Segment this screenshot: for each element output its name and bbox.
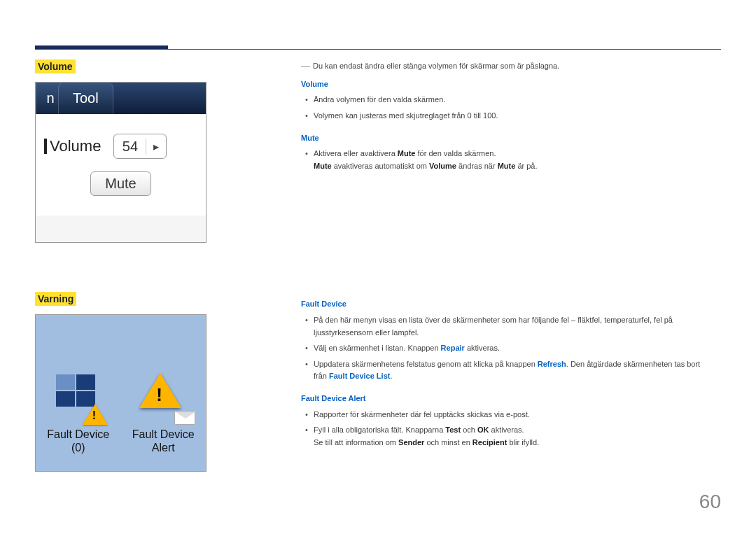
fault-device-alert-subhead: Fault Device Alert bbox=[301, 393, 707, 405]
fault-device-label: Fault Device (0) bbox=[47, 428, 109, 454]
volume-item: Ändra volymen för den valda skärmen. bbox=[301, 94, 707, 106]
volume-subhead: Volume bbox=[301, 78, 707, 91]
fault-device-tile[interactable]: Fault Device (0) bbox=[40, 356, 117, 467]
fd-item: Uppdatera skärmenhetens felstatus genom … bbox=[301, 358, 707, 383]
mute-subhead: Mute bbox=[301, 132, 707, 145]
page-number: 60 bbox=[699, 491, 721, 513]
fd-item: På den här menyn visas en lista över de … bbox=[301, 314, 707, 339]
varning-screenshot: Fault Device (0) Fault Device Al bbox=[35, 314, 206, 472]
section-title-varning: Varning bbox=[35, 292, 76, 306]
tab-tool[interactable]: Tool bbox=[58, 83, 113, 114]
volume-label: Volume bbox=[44, 137, 101, 155]
section-title-volume: Volume bbox=[35, 59, 76, 73]
fault-device-alert-tile[interactable]: Fault Device Alert bbox=[125, 356, 202, 467]
mute-button[interactable]: Mute bbox=[90, 171, 150, 196]
volume-screenshot: n Tool Volume 54 ▸ Mute bbox=[35, 82, 206, 243]
fd-item: Välj en skärmenhet i listan. Knappen Rep… bbox=[301, 342, 707, 355]
fault-device-subhead: Fault Device bbox=[301, 298, 707, 311]
volume-increase-icon[interactable]: ▸ bbox=[146, 140, 166, 153]
warning-icon bbox=[83, 404, 108, 425]
volume-note: ―Du kan endast ändra eller stänga volyme… bbox=[301, 59, 707, 74]
envelope-icon bbox=[174, 411, 195, 425]
fault-device-alert-label: Fault Device Alert bbox=[132, 428, 195, 454]
mute-item: Aktivera eller avaktivera Mute för den v… bbox=[301, 148, 707, 172]
fda-item: Rapporter för skärmenheter där fel upptä… bbox=[301, 409, 707, 421]
volume-item: Volymen kan justeras med skjutreglaget f… bbox=[301, 110, 707, 122]
volume-value: 54 bbox=[114, 139, 146, 155]
fda-item: Fyll i alla obligatoriska fält. Knapparn… bbox=[301, 424, 707, 449]
mosaic-icon bbox=[55, 373, 97, 408]
volume-spinner[interactable]: 54 ▸ bbox=[113, 134, 167, 159]
warning-icon bbox=[139, 373, 181, 408]
